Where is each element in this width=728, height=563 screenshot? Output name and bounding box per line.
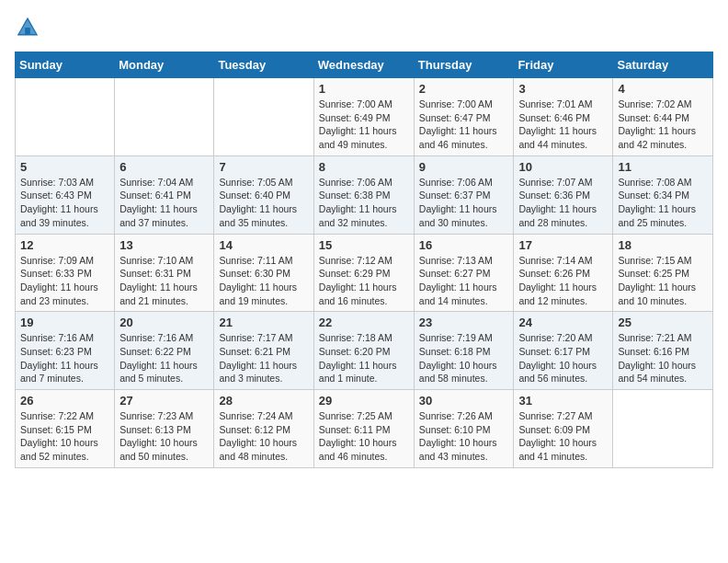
day-info: Sunrise: 7:22 AM Sunset: 6:15 PM Dayligh… — [20, 409, 109, 464]
day-of-week-header: Tuesday — [214, 52, 313, 78]
day-info: Sunrise: 7:16 AM Sunset: 6:23 PM Dayligh… — [20, 331, 109, 385]
day-info: Sunrise: 7:19 AM Sunset: 6:18 PM Dayligh… — [419, 331, 509, 385]
calendar-cell: 16Sunrise: 7:13 AM Sunset: 6:27 PM Dayli… — [414, 234, 514, 312]
calendar-cell: 13Sunrise: 7:10 AM Sunset: 6:31 PM Dayli… — [115, 234, 214, 312]
day-info: Sunrise: 7:18 AM Sunset: 6:20 PM Dayligh… — [319, 331, 409, 385]
day-number: 24 — [518, 316, 608, 329]
day-info: Sunrise: 7:04 AM Sunset: 6:41 PM Dayligh… — [119, 176, 209, 230]
day-number: 18 — [618, 238, 708, 252]
calendar-cell: 3Sunrise: 7:01 AM Sunset: 6:46 PM Daylig… — [514, 78, 613, 156]
day-info: Sunrise: 7:05 AM Sunset: 6:40 PM Dayligh… — [219, 176, 308, 230]
calendar-cell: 10Sunrise: 7:07 AM Sunset: 6:36 PM Dayli… — [514, 155, 613, 234]
day-number: 23 — [419, 316, 509, 329]
day-info: Sunrise: 7:03 AM Sunset: 6:43 PM Dayligh… — [20, 176, 109, 230]
day-number: 15 — [319, 238, 409, 252]
day-number: 5 — [20, 160, 109, 174]
calendar-cell: 26Sunrise: 7:22 AM Sunset: 6:15 PM Dayli… — [16, 390, 115, 468]
calendar-week-row: 5Sunrise: 7:03 AM Sunset: 6:43 PM Daylig… — [16, 155, 713, 234]
calendar-cell: 31Sunrise: 7:27 AM Sunset: 6:09 PM Dayli… — [514, 390, 613, 468]
calendar-cell: 1Sunrise: 7:00 AM Sunset: 6:49 PM Daylig… — [313, 78, 414, 156]
day-number: 11 — [618, 160, 708, 174]
day-info: Sunrise: 7:15 AM Sunset: 6:25 PM Dayligh… — [618, 254, 708, 308]
day-number: 27 — [119, 394, 209, 408]
day-info: Sunrise: 7:06 AM Sunset: 6:37 PM Dayligh… — [419, 176, 509, 230]
day-number: 7 — [219, 160, 308, 174]
calendar-cell: 7Sunrise: 7:05 AM Sunset: 6:40 PM Daylig… — [214, 155, 313, 234]
calendar-cell — [613, 390, 713, 468]
calendar-cell: 15Sunrise: 7:12 AM Sunset: 6:29 PM Dayli… — [313, 234, 414, 312]
day-info: Sunrise: 7:08 AM Sunset: 6:34 PM Dayligh… — [618, 176, 708, 230]
day-number: 16 — [419, 238, 509, 252]
day-info: Sunrise: 7:06 AM Sunset: 6:38 PM Dayligh… — [319, 176, 409, 230]
day-number: 21 — [219, 316, 308, 329]
day-info: Sunrise: 7:07 AM Sunset: 6:36 PM Dayligh… — [518, 176, 608, 230]
logo-icon — [15, 15, 40, 40]
day-number: 26 — [20, 394, 109, 408]
day-of-week-header: Friday — [514, 52, 613, 78]
calendar-cell: 6Sunrise: 7:04 AM Sunset: 6:41 PM Daylig… — [115, 155, 214, 234]
calendar-cell: 21Sunrise: 7:17 AM Sunset: 6:21 PM Dayli… — [214, 312, 313, 390]
day-number: 14 — [219, 238, 308, 252]
day-info: Sunrise: 7:20 AM Sunset: 6:17 PM Dayligh… — [518, 331, 608, 385]
day-info: Sunrise: 7:26 AM Sunset: 6:10 PM Dayligh… — [419, 409, 509, 464]
svg-rect-2 — [25, 28, 30, 34]
calendar-cell: 27Sunrise: 7:23 AM Sunset: 6:13 PM Dayli… — [115, 390, 214, 468]
day-info: Sunrise: 7:17 AM Sunset: 6:21 PM Dayligh… — [219, 331, 308, 385]
day-info: Sunrise: 7:21 AM Sunset: 6:16 PM Dayligh… — [618, 331, 708, 385]
calendar-week-row: 19Sunrise: 7:16 AM Sunset: 6:23 PM Dayli… — [16, 312, 713, 390]
calendar-cell: 17Sunrise: 7:14 AM Sunset: 6:26 PM Dayli… — [514, 234, 613, 312]
calendar-cell: 22Sunrise: 7:18 AM Sunset: 6:20 PM Dayli… — [313, 312, 414, 390]
day-of-week-header: Wednesday — [313, 52, 414, 78]
calendar-week-row: 1Sunrise: 7:00 AM Sunset: 6:49 PM Daylig… — [16, 78, 713, 156]
calendar-cell: 14Sunrise: 7:11 AM Sunset: 6:30 PM Dayli… — [214, 234, 313, 312]
calendar-cell: 9Sunrise: 7:06 AM Sunset: 6:37 PM Daylig… — [414, 155, 514, 234]
day-number: 4 — [618, 82, 708, 96]
calendar-cell — [115, 78, 214, 156]
day-info: Sunrise: 7:00 AM Sunset: 6:49 PM Dayligh… — [319, 98, 409, 152]
day-number: 25 — [618, 316, 708, 329]
calendar-cell: 18Sunrise: 7:15 AM Sunset: 6:25 PM Dayli… — [613, 234, 713, 312]
day-number: 8 — [319, 160, 409, 174]
page-header — [15, 15, 713, 40]
calendar-week-row: 26Sunrise: 7:22 AM Sunset: 6:15 PM Dayli… — [16, 390, 713, 468]
day-info: Sunrise: 7:23 AM Sunset: 6:13 PM Dayligh… — [119, 409, 209, 464]
day-number: 22 — [319, 316, 409, 329]
logo — [15, 15, 44, 40]
day-number: 29 — [319, 394, 409, 408]
day-info: Sunrise: 7:16 AM Sunset: 6:22 PM Dayligh… — [119, 331, 209, 385]
calendar-cell: 2Sunrise: 7:00 AM Sunset: 6:47 PM Daylig… — [414, 78, 514, 156]
day-of-week-header: Monday — [115, 52, 214, 78]
calendar-cell: 28Sunrise: 7:24 AM Sunset: 6:12 PM Dayli… — [214, 390, 313, 468]
day-number: 28 — [219, 394, 308, 408]
day-info: Sunrise: 7:01 AM Sunset: 6:46 PM Dayligh… — [518, 98, 608, 152]
day-number: 13 — [119, 238, 209, 252]
calendar-cell: 20Sunrise: 7:16 AM Sunset: 6:22 PM Dayli… — [115, 312, 214, 390]
day-info: Sunrise: 7:24 AM Sunset: 6:12 PM Dayligh… — [219, 409, 308, 464]
calendar-header-row: SundayMondayTuesdayWednesdayThursdayFrid… — [16, 52, 713, 78]
calendar-cell: 4Sunrise: 7:02 AM Sunset: 6:44 PM Daylig… — [613, 78, 713, 156]
day-info: Sunrise: 7:13 AM Sunset: 6:27 PM Dayligh… — [419, 254, 509, 308]
day-number: 12 — [20, 238, 109, 252]
day-of-week-header: Sunday — [16, 52, 115, 78]
day-info: Sunrise: 7:00 AM Sunset: 6:47 PM Dayligh… — [419, 98, 509, 152]
calendar-cell: 12Sunrise: 7:09 AM Sunset: 6:33 PM Dayli… — [16, 234, 115, 312]
day-number: 1 — [319, 82, 409, 96]
calendar-cell: 19Sunrise: 7:16 AM Sunset: 6:23 PM Dayli… — [16, 312, 115, 390]
day-info: Sunrise: 7:14 AM Sunset: 6:26 PM Dayligh… — [518, 254, 608, 308]
day-number: 6 — [119, 160, 209, 174]
calendar-cell: 5Sunrise: 7:03 AM Sunset: 6:43 PM Daylig… — [16, 155, 115, 234]
day-info: Sunrise: 7:10 AM Sunset: 6:31 PM Dayligh… — [119, 254, 209, 308]
day-number: 2 — [419, 82, 509, 96]
day-info: Sunrise: 7:12 AM Sunset: 6:29 PM Dayligh… — [319, 254, 409, 308]
day-number: 31 — [518, 394, 608, 408]
calendar-cell — [214, 78, 313, 156]
calendar-cell: 25Sunrise: 7:21 AM Sunset: 6:16 PM Dayli… — [613, 312, 713, 390]
day-number: 10 — [518, 160, 608, 174]
day-number: 30 — [419, 394, 509, 408]
calendar-week-row: 12Sunrise: 7:09 AM Sunset: 6:33 PM Dayli… — [16, 234, 713, 312]
calendar-cell: 24Sunrise: 7:20 AM Sunset: 6:17 PM Dayli… — [514, 312, 613, 390]
day-info: Sunrise: 7:09 AM Sunset: 6:33 PM Dayligh… — [20, 254, 109, 308]
day-number: 19 — [20, 316, 109, 329]
day-info: Sunrise: 7:27 AM Sunset: 6:09 PM Dayligh… — [518, 409, 608, 464]
calendar-cell: 23Sunrise: 7:19 AM Sunset: 6:18 PM Dayli… — [414, 312, 514, 390]
